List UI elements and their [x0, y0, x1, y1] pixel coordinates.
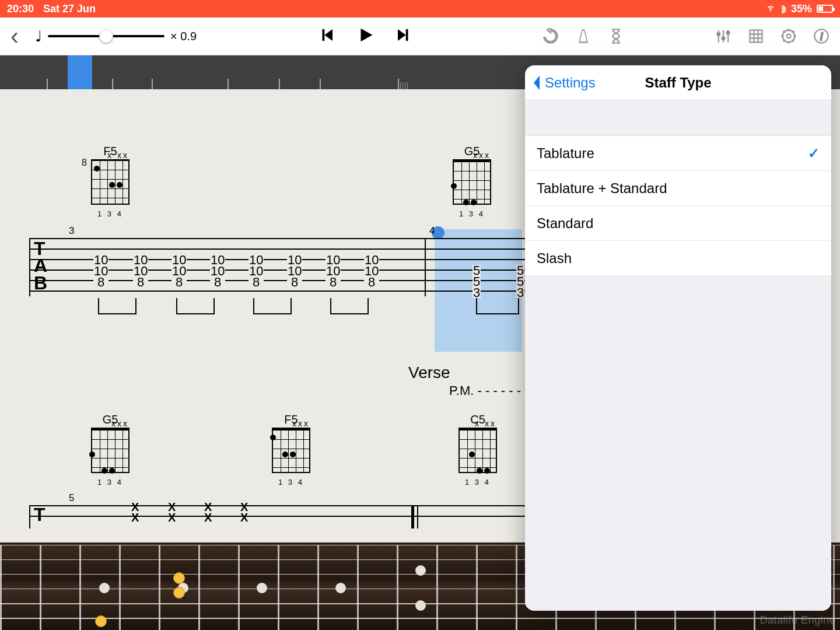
tempo-slider[interactable] [48, 35, 164, 37]
section-label: Verse [408, 363, 450, 382]
staff-type-option-slash[interactable]: Slash [525, 241, 831, 276]
palm-mute-label: P.M. - - - - - - [449, 383, 521, 398]
moon-icon: ◗ [781, 2, 786, 15]
play-button[interactable] [356, 26, 374, 46]
mute-mark: XX [240, 502, 248, 523]
info-icon[interactable]: i [813, 28, 830, 44]
prev-button[interactable] [318, 26, 335, 46]
measure-number: 3 [69, 225, 74, 237]
beam [98, 298, 136, 314]
measure-number: 4 [429, 225, 435, 237]
fret-inlay [415, 600, 426, 611]
popover-back-button[interactable]: Settings [525, 74, 596, 92]
staff-type-list: Tablature✓ Tablature + Standard Standard… [525, 135, 831, 276]
chord-diagram: F5 xxx 1 3 4 [268, 413, 314, 487]
beam [176, 298, 215, 314]
settings-popover: Settings Staff Type Tablature✓ Tablature… [525, 65, 831, 611]
tab-column: 10108 [172, 254, 187, 288]
fret-inlay [415, 565, 426, 576]
status-bar: 20:30 Sat 27 Jun ◗ 35% [0, 0, 840, 18]
next-button[interactable] [395, 26, 412, 46]
tab-clef: T [34, 506, 43, 523]
fret-inlay [257, 583, 267, 593]
staff-type-option-tablature[interactable]: Tablature✓ [525, 136, 831, 171]
fret-inlay [99, 583, 110, 593]
back-button[interactable]: ‹ [10, 22, 19, 50]
popover-header: Settings Staff Type [525, 65, 831, 100]
chord-diagram: C5 x xx 1 3 4 [455, 413, 501, 487]
tab-clef: TAB [34, 240, 45, 292]
svg-point-1 [722, 37, 725, 40]
svg-point-0 [718, 33, 720, 36]
mute-mark: XX [168, 502, 176, 523]
staff-type-option-standard[interactable]: Standard [525, 206, 831, 241]
measure-number: 5 [69, 492, 74, 504]
finger-marker [173, 572, 185, 584]
chord-diagram: F5 x xx 8 1 3 4 [88, 145, 133, 218]
status-date: Sat 27 Jun [43, 3, 96, 15]
mute-mark: XX [131, 502, 139, 523]
fret-inlay [335, 583, 346, 593]
finger-marker [95, 615, 107, 627]
mixer-icon[interactable] [715, 28, 732, 44]
metronome-icon[interactable] [575, 28, 592, 44]
battery-percent: 35% [791, 3, 812, 15]
timeline-playhead-region [68, 55, 92, 89]
svg-point-2 [727, 32, 730, 34]
mute-mark: XX [204, 502, 212, 523]
beam [253, 298, 292, 314]
tab-column: 10108 [249, 254, 264, 288]
beam [330, 298, 369, 314]
finger-marker [173, 587, 185, 598]
staff-type-option-tab-standard[interactable]: Tablature + Standard [525, 171, 831, 206]
svg-text:i: i [820, 30, 823, 43]
tab-column: 10108 [133, 254, 148, 288]
check-icon: ✓ [808, 145, 820, 162]
tab-column: 10108 [93, 254, 108, 288]
watermark: Datalife Engine [760, 614, 835, 626]
beam [476, 298, 519, 314]
battery-icon [817, 5, 833, 13]
svg-point-5 [787, 34, 791, 38]
fretboard-icon[interactable] [748, 28, 764, 44]
toolbar: ‹ ♩ × 0.9 [0, 18, 840, 55]
wifi-icon [765, 3, 776, 15]
settings-icon[interactable] [780, 28, 797, 44]
tab-column: 10108 [210, 254, 225, 288]
tab-column: 553 [473, 265, 481, 298]
chord-diagram: G5 xxx 1 3 4 [449, 145, 495, 218]
tab-column: 10108 [287, 254, 302, 288]
loop-icon[interactable] [542, 28, 559, 44]
tempo-control[interactable]: ♩ × 0.9 [35, 27, 197, 46]
status-time: 20:30 [7, 3, 34, 15]
tab-column: 553 [516, 265, 524, 298]
note-icon: ♩ [35, 27, 42, 46]
barline [411, 505, 414, 528]
chord-diagram: G5 xxx 1 3 4 [88, 413, 133, 487]
countdown-icon[interactable] [608, 28, 624, 44]
tab-column: 10108 [364, 254, 379, 288]
svg-rect-3 [750, 30, 762, 43]
barline [425, 238, 426, 296]
tab-column: 10108 [326, 254, 341, 288]
tempo-value: × 0.9 [170, 30, 197, 43]
